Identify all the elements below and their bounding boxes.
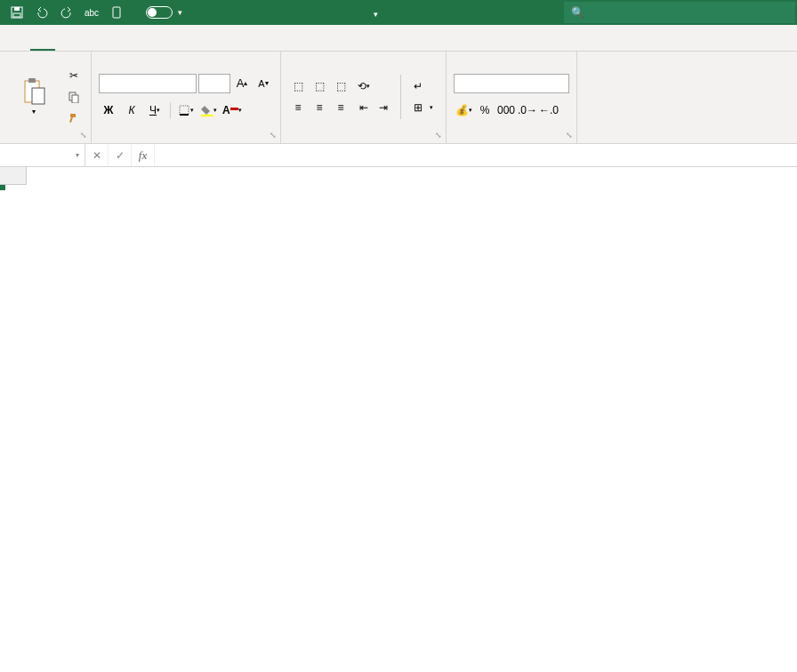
align-center-icon[interactable]: ≡ bbox=[310, 98, 329, 117]
svg-rect-6 bbox=[32, 88, 44, 104]
group-truncated bbox=[577, 52, 584, 143]
grow-font-icon[interactable]: A▴ bbox=[232, 74, 252, 93]
percent-icon[interactable]: % bbox=[475, 100, 495, 120]
align-left-icon[interactable]: ≡ bbox=[288, 98, 308, 117]
svg-rect-1 bbox=[14, 7, 20, 11]
launcher-icon[interactable]: ⤡ bbox=[270, 131, 277, 140]
indent-decrease-icon[interactable]: ⇤ bbox=[354, 98, 374, 117]
redo-icon[interactable] bbox=[55, 2, 78, 23]
fill-color-icon[interactable]: ▾ bbox=[199, 100, 219, 120]
wrap-icon: ↵ bbox=[414, 80, 423, 92]
fx-icon[interactable]: fx bbox=[132, 144, 155, 166]
tab-layout[interactable] bbox=[80, 40, 105, 51]
orientation-icon[interactable]: ⟲▾ bbox=[354, 76, 374, 96]
wrap-text-button[interactable]: ↵ bbox=[408, 76, 439, 96]
switch-icon[interactable] bbox=[146, 6, 173, 19]
font-size-input[interactable] bbox=[198, 74, 230, 93]
autosave-toggle[interactable]: ▾ bbox=[133, 6, 189, 19]
decrease-decimal-icon[interactable]: ←.0 bbox=[539, 100, 559, 120]
paste-button[interactable]: ▾ bbox=[7, 65, 60, 129]
ribbon: ▾ ✂ ⤡ A▴ A▾ Ж К Ч ▾ ▾ ▾ bbox=[0, 52, 797, 144]
tab-formulas[interactable] bbox=[105, 40, 130, 51]
spreadsheet-grid[interactable] bbox=[0, 167, 797, 185]
svg-rect-5 bbox=[28, 78, 36, 83]
ribbon-tabs bbox=[0, 25, 797, 52]
group-number: 💰▾ % 000 .0→ ←.0 ⤡ bbox=[447, 52, 577, 143]
align-top-icon[interactable]: ⬚ bbox=[288, 76, 308, 96]
tab-home[interactable] bbox=[30, 38, 55, 51]
font-name-input[interactable] bbox=[99, 74, 197, 93]
copy-icon[interactable] bbox=[64, 87, 84, 107]
launcher-icon[interactable]: ⤡ bbox=[80, 131, 87, 140]
align-middle-icon[interactable]: ⬚ bbox=[310, 76, 329, 96]
align-right-icon[interactable]: ≡ bbox=[331, 98, 350, 117]
svg-rect-8 bbox=[72, 95, 78, 103]
svg-rect-2 bbox=[13, 13, 20, 17]
tab-help[interactable] bbox=[205, 40, 229, 51]
bold-icon[interactable]: Ж bbox=[99, 100, 118, 120]
tab-insert[interactable] bbox=[55, 40, 80, 51]
indent-increase-icon[interactable]: ⇥ bbox=[374, 98, 393, 117]
formula-bar: ▾ ✕ ✓ fx bbox=[0, 144, 797, 167]
accounting-format-icon[interactable]: 💰▾ bbox=[454, 100, 473, 120]
save-icon[interactable] bbox=[5, 2, 28, 23]
spellcheck-icon[interactable]: abc bbox=[80, 2, 103, 23]
align-bottom-icon[interactable]: ⬚ bbox=[331, 76, 350, 96]
group-font: A▴ A▾ Ж К Ч ▾ ▾ ▾ А▾ ⤡ bbox=[92, 52, 281, 143]
comma-style-icon[interactable]: 000 bbox=[496, 100, 516, 120]
group-alignment: ⬚ ⬚ ⬚ ≡ ≡ ≡ ⟲▾ ⇤ ⇥ ↵ ⊞ ▾ bbox=[281, 52, 447, 143]
borders-icon[interactable]: ▾ bbox=[176, 100, 196, 120]
tab-data[interactable] bbox=[130, 40, 155, 51]
enter-formula-icon[interactable]: ✓ bbox=[109, 144, 132, 166]
search-input[interactable]: 🔍 bbox=[564, 2, 795, 23]
touch-mode-icon[interactable] bbox=[105, 2, 128, 23]
name-box[interactable]: ▾ bbox=[0, 144, 85, 166]
underline-icon[interactable]: Ч ▾ bbox=[145, 100, 165, 120]
select-all-corner[interactable] bbox=[0, 167, 27, 185]
tab-review[interactable] bbox=[155, 40, 180, 51]
group-clipboard: ▾ ✂ ⤡ bbox=[0, 52, 92, 143]
undo-icon[interactable] bbox=[30, 2, 53, 23]
launcher-icon[interactable]: ⤡ bbox=[566, 131, 573, 140]
merge-icon: ⊞ bbox=[414, 101, 423, 114]
title-bar: abc ▾ ▾ 🔍 bbox=[0, 0, 797, 25]
chevron-down-icon[interactable]: ▾ bbox=[178, 8, 182, 17]
increase-decimal-icon[interactable]: .0→ bbox=[518, 100, 537, 120]
tab-view[interactable] bbox=[180, 40, 205, 51]
font-color-icon[interactable]: А▾ bbox=[222, 100, 242, 120]
italic-icon[interactable]: К bbox=[122, 100, 141, 120]
tab-file[interactable] bbox=[5, 40, 30, 51]
cut-icon[interactable]: ✂ bbox=[64, 66, 84, 85]
quick-access-toolbar: abc bbox=[0, 2, 133, 23]
number-format-select[interactable] bbox=[454, 74, 569, 93]
merge-center-button[interactable]: ⊞ ▾ bbox=[408, 98, 439, 117]
document-title[interactable]: ▾ bbox=[189, 6, 562, 20]
format-painter-icon[interactable] bbox=[64, 108, 84, 128]
cancel-formula-icon[interactable]: ✕ bbox=[85, 144, 109, 166]
shrink-font-icon[interactable]: A▾ bbox=[254, 74, 273, 93]
formula-input[interactable] bbox=[155, 144, 797, 166]
search-icon: 🔍 bbox=[571, 6, 584, 19]
svg-rect-3 bbox=[113, 7, 120, 18]
svg-rect-11 bbox=[201, 115, 213, 116]
svg-rect-9 bbox=[180, 106, 189, 115]
launcher-icon[interactable]: ⤡ bbox=[435, 131, 442, 140]
